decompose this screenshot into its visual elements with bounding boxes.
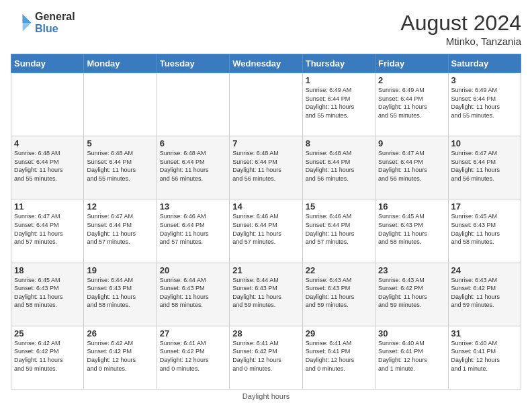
day-number: 4 (14, 138, 81, 148)
day-info: Sunrise: 6:46 AM Sunset: 6:44 PM Dayligh… (306, 212, 372, 246)
day-number: 8 (306, 138, 372, 148)
day-info: Sunrise: 6:49 AM Sunset: 6:44 PM Dayligh… (451, 86, 518, 120)
day-info: Sunrise: 6:48 AM Sunset: 6:44 PM Dayligh… (160, 149, 226, 183)
calendar-cell: 18Sunrise: 6:45 AM Sunset: 6:43 PM Dayli… (11, 263, 84, 326)
calendar-cell: 8Sunrise: 6:48 AM Sunset: 6:44 PM Daylig… (302, 136, 375, 199)
day-info: Sunrise: 6:48 AM Sunset: 6:44 PM Dayligh… (87, 149, 153, 183)
day-number: 1 (306, 75, 372, 85)
day-number: 14 (232, 201, 299, 212)
day-number: 25 (14, 328, 81, 338)
day-number: 18 (14, 265, 81, 275)
calendar-cell: 28Sunrise: 6:41 AM Sunset: 6:42 PM Dayli… (230, 326, 302, 389)
day-info: Sunrise: 6:43 AM Sunset: 6:42 PM Dayligh… (378, 276, 445, 310)
calendar-cell: 4Sunrise: 6:48 AM Sunset: 6:44 PM Daylig… (11, 136, 84, 199)
calendar-body: 1Sunrise: 6:49 AM Sunset: 6:44 PM Daylig… (11, 73, 521, 390)
calendar-cell: 6Sunrise: 6:48 AM Sunset: 6:44 PM Daylig… (157, 136, 229, 199)
calendar-cell (157, 73, 229, 136)
day-number: 20 (160, 265, 226, 275)
day-info: Sunrise: 6:44 AM Sunset: 6:43 PM Dayligh… (232, 276, 299, 310)
header: General Blue August 2024 Mtinko, Tanzani… (11, 11, 521, 47)
header-day-wednesday: Wednesday (230, 54, 302, 73)
day-number: 29 (306, 328, 372, 338)
header-day-sunday: Sunday (11, 54, 84, 73)
day-info: Sunrise: 6:45 AM Sunset: 6:43 PM Dayligh… (14, 276, 81, 310)
calendar-cell: 25Sunrise: 6:42 AM Sunset: 6:42 PM Dayli… (11, 326, 84, 389)
month-year: August 2024 (400, 11, 521, 36)
calendar-cell: 16Sunrise: 6:45 AM Sunset: 6:43 PM Dayli… (375, 199, 448, 263)
calendar-cell: 2Sunrise: 6:49 AM Sunset: 6:44 PM Daylig… (375, 73, 448, 136)
day-number: 12 (87, 201, 153, 212)
header-day-tuesday: Tuesday (157, 54, 229, 73)
day-number: 27 (160, 328, 226, 338)
day-number: 2 (378, 75, 445, 85)
day-info: Sunrise: 6:44 AM Sunset: 6:43 PM Dayligh… (160, 276, 226, 310)
calendar-cell (11, 73, 84, 136)
calendar-cell: 31Sunrise: 6:40 AM Sunset: 6:41 PM Dayli… (448, 326, 521, 389)
calendar-cell: 14Sunrise: 6:46 AM Sunset: 6:44 PM Dayli… (230, 199, 302, 263)
day-number: 24 (451, 265, 518, 275)
calendar-cell: 29Sunrise: 6:41 AM Sunset: 6:41 PM Dayli… (302, 326, 375, 389)
day-number: 7 (232, 138, 299, 148)
location: Mtinko, Tanzania (400, 36, 521, 47)
day-info: Sunrise: 6:47 AM Sunset: 6:44 PM Dayligh… (14, 212, 81, 246)
day-info: Sunrise: 6:41 AM Sunset: 6:41 PM Dayligh… (306, 339, 372, 373)
logo-general-label: General (35, 11, 75, 23)
calendar-cell (230, 73, 302, 136)
day-number: 30 (378, 328, 445, 338)
calendar-cell: 20Sunrise: 6:44 AM Sunset: 6:43 PM Dayli… (157, 263, 229, 326)
header-day-monday: Monday (84, 54, 157, 73)
day-info: Sunrise: 6:46 AM Sunset: 6:44 PM Dayligh… (232, 212, 299, 246)
logo: General Blue (11, 11, 75, 34)
day-info: Sunrise: 6:45 AM Sunset: 6:43 PM Dayligh… (451, 212, 518, 246)
calendar-cell: 21Sunrise: 6:44 AM Sunset: 6:43 PM Dayli… (230, 263, 302, 326)
svg-marker-1 (23, 14, 32, 32)
day-number: 26 (87, 328, 153, 338)
calendar-cell: 15Sunrise: 6:46 AM Sunset: 6:44 PM Dayli… (302, 199, 375, 263)
calendar-cell: 10Sunrise: 6:47 AM Sunset: 6:44 PM Dayli… (448, 136, 521, 199)
calendar-cell: 19Sunrise: 6:44 AM Sunset: 6:43 PM Dayli… (84, 263, 157, 326)
daylight-hours-label: Daylight hours (242, 392, 290, 400)
calendar-cell: 7Sunrise: 6:48 AM Sunset: 6:44 PM Daylig… (230, 136, 302, 199)
day-number: 6 (160, 138, 226, 148)
calendar-cell: 17Sunrise: 6:45 AM Sunset: 6:43 PM Dayli… (448, 199, 521, 263)
day-number: 13 (160, 201, 226, 212)
day-info: Sunrise: 6:47 AM Sunset: 6:44 PM Dayligh… (451, 149, 518, 183)
day-number: 17 (451, 201, 518, 212)
calendar-cell: 13Sunrise: 6:46 AM Sunset: 6:44 PM Dayli… (157, 199, 229, 263)
week-row-3: 18Sunrise: 6:45 AM Sunset: 6:43 PM Dayli… (11, 263, 521, 326)
day-info: Sunrise: 6:48 AM Sunset: 6:44 PM Dayligh… (306, 149, 372, 183)
calendar-cell: 1Sunrise: 6:49 AM Sunset: 6:44 PM Daylig… (302, 73, 375, 136)
day-number: 11 (14, 201, 81, 212)
day-number: 16 (378, 201, 445, 212)
day-info: Sunrise: 6:42 AM Sunset: 6:42 PM Dayligh… (87, 339, 153, 373)
day-number: 22 (306, 265, 372, 275)
calendar-cell: 3Sunrise: 6:49 AM Sunset: 6:44 PM Daylig… (448, 73, 521, 136)
header-day-friday: Friday (375, 54, 448, 73)
calendar-header: SundayMondayTuesdayWednesdayThursdayFrid… (11, 54, 521, 73)
day-info: Sunrise: 6:43 AM Sunset: 6:42 PM Dayligh… (451, 276, 518, 310)
day-info: Sunrise: 6:41 AM Sunset: 6:42 PM Dayligh… (160, 339, 226, 373)
day-info: Sunrise: 6:43 AM Sunset: 6:43 PM Dayligh… (306, 276, 372, 310)
calendar-cell: 30Sunrise: 6:40 AM Sunset: 6:41 PM Dayli… (375, 326, 448, 389)
logo-blue-label: Blue (35, 23, 75, 35)
logo-text: General Blue (35, 11, 75, 34)
day-number: 5 (87, 138, 153, 148)
calendar-cell: 12Sunrise: 6:47 AM Sunset: 6:44 PM Dayli… (84, 199, 157, 263)
day-number: 23 (378, 265, 445, 275)
week-row-4: 25Sunrise: 6:42 AM Sunset: 6:42 PM Dayli… (11, 326, 521, 389)
header-day-saturday: Saturday (448, 54, 521, 73)
day-info: Sunrise: 6:48 AM Sunset: 6:44 PM Dayligh… (14, 149, 81, 183)
day-info: Sunrise: 6:45 AM Sunset: 6:43 PM Dayligh… (378, 212, 445, 246)
day-info: Sunrise: 6:42 AM Sunset: 6:42 PM Dayligh… (14, 339, 81, 373)
logo-icon (11, 12, 32, 34)
day-info: Sunrise: 6:40 AM Sunset: 6:41 PM Dayligh… (378, 339, 445, 373)
day-info: Sunrise: 6:40 AM Sunset: 6:41 PM Dayligh… (451, 339, 518, 373)
day-info: Sunrise: 6:46 AM Sunset: 6:44 PM Dayligh… (160, 212, 226, 246)
header-row: SundayMondayTuesdayWednesdayThursdayFrid… (11, 54, 521, 73)
calendar-cell: 5Sunrise: 6:48 AM Sunset: 6:44 PM Daylig… (84, 136, 157, 199)
calendar-cell: 26Sunrise: 6:42 AM Sunset: 6:42 PM Dayli… (84, 326, 157, 389)
day-number: 9 (378, 138, 445, 148)
day-info: Sunrise: 6:47 AM Sunset: 6:44 PM Dayligh… (87, 212, 153, 246)
week-row-2: 11Sunrise: 6:47 AM Sunset: 6:44 PM Dayli… (11, 199, 521, 263)
day-number: 10 (451, 138, 518, 148)
